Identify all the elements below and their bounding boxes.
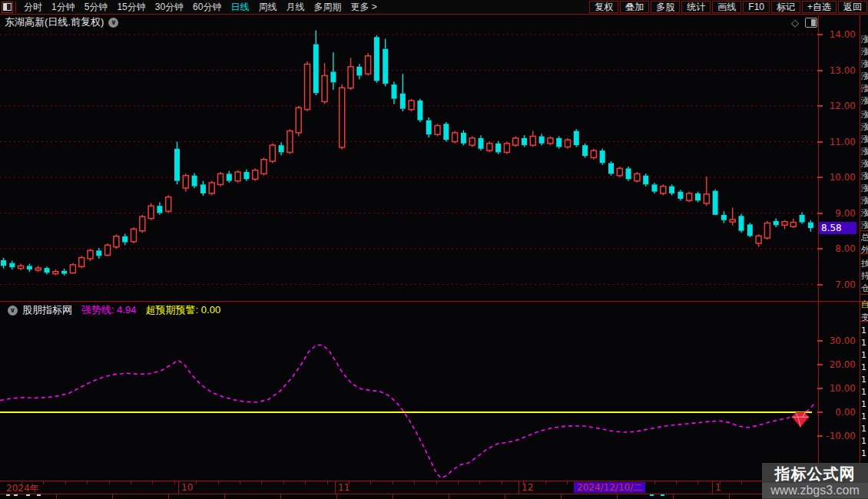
month-divider: [178, 481, 179, 494]
period-tab-60分钟[interactable]: 60分钟: [188, 1, 226, 14]
layout-split-icon[interactable]: [2, 2, 13, 13]
indicator-chart[interactable]: [0, 319, 816, 481]
clipped-glyph: 技: [861, 258, 868, 269]
candle-up: [261, 160, 267, 174]
price-axis-tick: [817, 141, 823, 143]
bottom-strip-divider: [617, 494, 618, 499]
price-axis-tick: [817, 177, 823, 178]
candle-up: [287, 131, 293, 153]
candle-up: [218, 173, 224, 184]
candle-up: [35, 268, 41, 270]
candle-down: [356, 67, 362, 76]
candle-up: [366, 56, 371, 74]
bottom-strip-divider: [561, 494, 562, 499]
yaxis-border-line: [818, 15, 819, 494]
indicator-chevron-icon[interactable]: ∨: [8, 306, 18, 316]
toolbar-button-标记[interactable]: 标记: [771, 1, 800, 13]
candle-down: [800, 215, 805, 223]
candle-up: [704, 194, 709, 203]
toolbar-button-+自选[interactable]: +自选: [802, 1, 837, 13]
time-axis-tick: [261, 481, 262, 484]
candle-down: [626, 168, 631, 179]
candle-up: [53, 272, 58, 274]
price-axis-tick: [817, 284, 823, 286]
candle-down: [539, 137, 545, 144]
toolbar-button-复权[interactable]: 复权: [589, 1, 618, 13]
clipped-glyph: 涨: [861, 46, 868, 58]
toolbar-button-画线[interactable]: 画线: [712, 1, 741, 13]
period-tab-多周期[interactable]: 多周期: [309, 1, 346, 14]
period-tab-月线[interactable]: 月线: [281, 1, 309, 14]
candle-down: [45, 268, 50, 273]
clipped-glyph: 自: [861, 299, 868, 310]
period-tab-30分钟[interactable]: 30分钟: [151, 1, 188, 14]
toolbar-button-多股[interactable]: 多股: [651, 1, 680, 13]
clipped-glyph: 1: [861, 411, 868, 421]
toolbar-button-统计[interactable]: 统计: [681, 1, 711, 13]
candle-up: [166, 197, 171, 212]
toolbar-button-返回[interactable]: 返回: [838, 1, 867, 13]
indicator-header: ∨ 股朋指标网 强势线: 4.94 超预期预警: 0.00: [3, 303, 220, 317]
bottom-strip-glyph: [14, 494, 18, 496]
candle-down: [313, 45, 319, 94]
period-tab-更多 >[interactable]: 更多 >: [346, 1, 381, 14]
period-tab-周线[interactable]: 周线: [253, 1, 281, 14]
time-axis[interactable]: 2024年10111212024/12/10/二: [0, 481, 868, 494]
clipped-glyph: 涨: [861, 146, 868, 157]
candle-down: [330, 71, 336, 82]
month-divider: [712, 481, 713, 494]
candle-down: [174, 149, 180, 181]
watermark: 指标公式网 www.zbgs3.com: [762, 463, 868, 499]
indicator-name[interactable]: 股朋指标网: [22, 303, 72, 317]
candlestick-chart[interactable]: [0, 29, 816, 302]
candle-down: [713, 191, 718, 215]
candle-down: [96, 250, 101, 256]
bottom-strip-glyph: [6, 494, 10, 496]
period-tab-1分钟[interactable]: 1分钟: [47, 1, 80, 14]
time-axis-tick: [545, 481, 546, 484]
period-tab-日线[interactable]: 日线: [226, 1, 253, 14]
candle-up: [114, 236, 119, 247]
indicator-axis-label: 10.00: [819, 383, 856, 394]
time-axis-tick: [393, 481, 393, 484]
candle-down: [374, 37, 379, 81]
period-tab-分时[interactable]: 分时: [19, 1, 47, 14]
candle-down: [61, 271, 67, 274]
diamond-icon[interactable]: ◇: [791, 17, 799, 28]
candle-up: [513, 138, 518, 145]
candle-down: [461, 133, 466, 144]
period-tab-5分钟[interactable]: 5分钟: [80, 1, 113, 14]
toolbar-divider: [15, 2, 16, 13]
candle-up: [756, 236, 761, 243]
toolbar-button-叠加[interactable]: 叠加: [620, 1, 649, 13]
time-axis-tick: [152, 481, 153, 484]
bottom-strip-glyph: [37, 494, 41, 496]
candle-up: [790, 223, 796, 227]
time-axis-tick: [436, 481, 437, 484]
clipped-glyph: 持: [861, 270, 868, 282]
pane-split-icon[interactable]: [805, 18, 817, 28]
right-strip-divider: [860, 253, 868, 254]
candle-up: [305, 64, 310, 110]
candle-up: [79, 258, 84, 267]
bottom-strip-divider: [168, 494, 169, 499]
candle-up: [18, 266, 24, 268]
toolbar-action-buttons: 复权叠加多股统计画线F10标记+自选返回: [588, 0, 868, 14]
price-axis-tick: [817, 105, 823, 107]
time-axis-label: 1: [715, 482, 721, 493]
indicator-axis-tick: [817, 364, 823, 365]
period-tab-15分钟[interactable]: 15分钟: [112, 1, 150, 14]
chevron-down-icon[interactable]: ∨: [108, 18, 118, 28]
toolbar-button-F10[interactable]: F10: [743, 1, 770, 13]
right-strip-divider: [860, 230, 868, 231]
panel-divider-line: [0, 301, 868, 302]
candle-down: [9, 263, 15, 268]
candle-up: [548, 138, 553, 144]
candle-down: [582, 145, 588, 156]
indicator-axis-tick: [817, 411, 823, 413]
indicator-axis-label: 30.00: [819, 335, 856, 346]
price-axis-label: 12.00: [819, 101, 856, 111]
time-axis-tick: [218, 481, 219, 484]
price-axis-tick: [817, 248, 823, 250]
time-axis-tick: [174, 481, 175, 484]
